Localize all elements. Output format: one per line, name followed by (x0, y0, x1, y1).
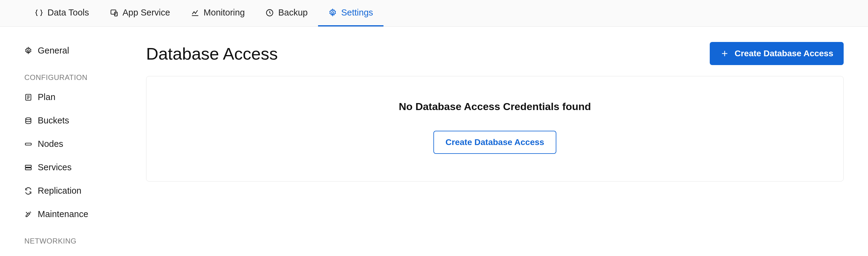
sidebar-item-label: Replication (38, 186, 81, 196)
svg-point-3 (332, 11, 334, 14)
plan-icon (24, 93, 32, 101)
gear-icon (24, 47, 32, 55)
sidebar: General Configuration Plan Buckets Nodes (0, 39, 146, 249)
gear-icon (329, 8, 337, 17)
sidebar-item-label: Services (38, 162, 71, 172)
empty-state-title: No Database Access Credentials found (399, 101, 591, 112)
main-layout: General Configuration Plan Buckets Nodes (0, 27, 868, 249)
content-header: Database Access Create Database Access (146, 39, 844, 76)
tab-label: Backup (278, 8, 308, 17)
nodes-icon (24, 140, 32, 148)
sidebar-item-buckets[interactable]: Buckets (24, 109, 137, 132)
tab-label: Data Tools (48, 8, 89, 17)
create-database-access-button[interactable]: Create Database Access (710, 42, 844, 65)
sidebar-item-label: Buckets (38, 115, 69, 125)
sidebar-group-configuration: Configuration (24, 62, 137, 85)
tab-backup[interactable]: Backup (255, 0, 318, 27)
device-icon (110, 8, 118, 17)
tab-app-service[interactable]: App Service (99, 0, 181, 27)
tab-label: Monitoring (204, 8, 245, 17)
services-icon (24, 163, 32, 172)
refresh-icon (24, 187, 32, 195)
clock-icon (266, 8, 274, 17)
svg-rect-7 (25, 143, 31, 145)
database-icon (24, 117, 32, 125)
content: Database Access Create Database Access N… (146, 39, 868, 249)
tab-label: Settings (341, 8, 373, 17)
page-title: Database Access (146, 44, 278, 64)
create-database-access-button-secondary[interactable]: Create Database Access (433, 131, 556, 154)
sidebar-item-nodes[interactable]: Nodes (24, 132, 137, 156)
sidebar-item-replication[interactable]: Replication (24, 179, 137, 203)
sidebar-item-maintenance[interactable]: Maintenance (24, 203, 137, 226)
empty-state-panel: No Database Access Credentials found Cre… (146, 76, 844, 182)
sidebar-item-label: Nodes (38, 139, 63, 149)
svg-point-6 (26, 118, 31, 120)
tab-data-tools[interactable]: Data Tools (24, 0, 99, 27)
tools-icon (24, 210, 32, 218)
sidebar-item-label: General (38, 46, 69, 56)
sidebar-item-services[interactable]: Services (24, 156, 137, 179)
sidebar-item-general[interactable]: General (24, 39, 137, 62)
braces-icon (35, 8, 43, 17)
plus-icon (720, 49, 729, 58)
button-label: Create Database Access (735, 49, 833, 59)
svg-rect-9 (25, 168, 31, 170)
sidebar-item-label: Plan (38, 92, 55, 102)
chart-icon (191, 8, 199, 17)
sidebar-group-networking: Networking (24, 226, 137, 249)
svg-point-4 (27, 49, 30, 52)
svg-rect-8 (25, 165, 31, 167)
sidebar-item-plan[interactable]: Plan (24, 85, 137, 109)
tab-label: App Service (123, 8, 170, 17)
tab-settings[interactable]: Settings (318, 0, 383, 27)
tab-monitoring[interactable]: Monitoring (181, 0, 255, 27)
top-nav: Data Tools App Service Monitoring Backup… (0, 0, 868, 27)
sidebar-item-label: Maintenance (38, 209, 88, 219)
